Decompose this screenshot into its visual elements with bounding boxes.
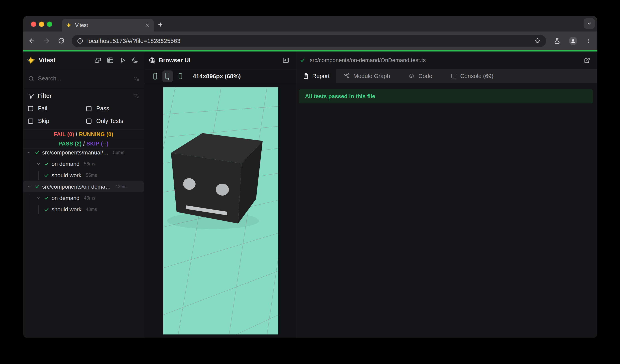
pass-check-icon: [44, 161, 49, 167]
site-info-icon[interactable]: [77, 38, 83, 44]
filter-panel: Filter Fail Pass Skip Only Tests: [23, 88, 144, 130]
tab-code[interactable]: Code: [402, 69, 439, 83]
chevron-down-icon[interactable]: [36, 162, 41, 166]
experiments-flask-icon[interactable]: [554, 38, 560, 44]
open-in-editor-external-link-icon[interactable]: [584, 57, 597, 64]
browser-menu-kebab-icon[interactable]: [586, 38, 592, 44]
filter-checkbox-pass[interactable]: Pass: [86, 105, 139, 112]
checkbox-icon[interactable]: [28, 118, 33, 124]
pass-check-icon: [300, 58, 305, 63]
vitest-ui: Vitest: [23, 51, 597, 338]
threejs-scene: [163, 87, 278, 335]
reload-button[interactable]: [54, 38, 69, 44]
globe-icon: [148, 57, 155, 64]
tree-test-row[interactable]: should work 55ms: [23, 170, 144, 181]
test-file-path: src/components/on-demand/OnDemand.test.t…: [310, 57, 426, 63]
device-tablet-button[interactable]: [175, 71, 186, 82]
vitest-favicon: [66, 22, 72, 28]
profile-avatar[interactable]: [569, 37, 577, 45]
close-window-button[interactable]: [31, 22, 36, 27]
run-all-play-icon[interactable]: [119, 57, 126, 64]
clear-filters-icon[interactable]: [133, 93, 139, 99]
filter-checkbox-skip[interactable]: Skip: [28, 118, 86, 124]
filter-title: Filter: [38, 93, 52, 99]
tab-search-chevron-button[interactable]: [584, 18, 595, 29]
app-title: Vitest: [39, 57, 56, 64]
all-tests-passed-banner: All tests passed in this file: [299, 89, 593, 103]
browser-preview-viewport[interactable]: [163, 87, 278, 335]
browser-ui-panel: Browser UI 414x896px (68%): [144, 51, 296, 338]
device-mobile-plus-button-selected[interactable]: [162, 71, 173, 82]
toolbar-right-actions: [554, 31, 592, 50]
vitest-logo: [26, 56, 36, 65]
search-icon: [28, 75, 34, 82]
tree-suite-row[interactable]: on demand 43ms: [23, 192, 144, 204]
search-bar[interactable]: Search...: [23, 69, 144, 88]
chevron-down-icon[interactable]: [27, 185, 32, 189]
chevron-down-icon[interactable]: [27, 150, 32, 155]
chevron-down-icon[interactable]: [36, 196, 41, 200]
tab-module-graph[interactable]: Module Graph: [337, 69, 397, 83]
pass-check-icon: [34, 150, 40, 155]
search-input[interactable]: Search...: [38, 75, 133, 82]
report-tab-bar: Report Module Graph Code: [296, 69, 597, 83]
open-panel-right-icon[interactable]: [282, 57, 296, 64]
tree-file-row[interactable]: src/components/manual/… 56ms: [23, 147, 144, 158]
device-toolbar: 414x896px (68%): [144, 69, 296, 83]
checkbox-icon[interactable]: [86, 106, 92, 111]
pass-check-icon: [44, 207, 49, 212]
browser-panel-header: Browser UI: [144, 51, 296, 69]
clipboard-icon: [303, 73, 309, 79]
code-icon: [408, 73, 415, 79]
cascade-windows-icon[interactable]: [94, 57, 101, 64]
clear-search-filter-icon[interactable]: [133, 76, 139, 82]
pass-check-icon: [34, 184, 40, 189]
url-text[interactable]: localhost:5173/#/?file=1828625563: [87, 38, 534, 44]
report-panel-header: src/components/on-demand/OnDemand.test.t…: [296, 51, 597, 69]
pass-check-icon: [44, 173, 49, 178]
maximize-window-button[interactable]: [47, 22, 52, 27]
viewport-size-label[interactable]: 414x896px (68%): [193, 73, 241, 80]
sidebar-header: Vitest: [23, 51, 144, 69]
dashboard-icon[interactable]: [107, 57, 114, 64]
tab-strip: Vitest: [23, 16, 597, 31]
funnel-icon: [28, 93, 34, 99]
sidebar-header-actions: [94, 57, 144, 64]
console-icon: [451, 73, 457, 79]
back-button[interactable]: [24, 37, 39, 44]
new-tab-button[interactable]: [157, 22, 163, 28]
tab-title: Vitest: [75, 22, 145, 28]
pass-check-icon: [44, 196, 49, 201]
tree-file-row-selected[interactable]: src/components/on-dema… 43ms: [23, 181, 144, 192]
report-panel: src/components/on-demand/OnDemand.test.t…: [296, 51, 597, 338]
tab-console[interactable]: Console (69): [444, 69, 500, 83]
checkbox-icon[interactable]: [28, 106, 33, 111]
filter-checkbox-only-tests[interactable]: Only Tests: [86, 118, 139, 124]
bookmark-star-icon[interactable]: [534, 38, 541, 44]
filter-checkbox-fail[interactable]: Fail: [28, 105, 86, 112]
browser-panel-title: Browser UI: [159, 57, 190, 64]
dark-mode-moon-icon[interactable]: [131, 57, 139, 64]
desktop: Vitest: [0, 0, 620, 364]
tab-report[interactable]: Report: [296, 69, 336, 83]
summary-fail-running: FAIL (0) / RUNNING (0): [23, 130, 144, 139]
forward-button[interactable]: [39, 37, 54, 44]
address-bar[interactable]: localhost:5173/#/?file=1828625563: [72, 35, 546, 47]
tree-suite-row[interactable]: on demand 56ms: [23, 158, 144, 170]
tree-test-row[interactable]: should work 43ms: [23, 204, 144, 215]
checkbox-icon[interactable]: [86, 118, 92, 124]
device-mobile-button[interactable]: [150, 71, 160, 82]
browser-window: Vitest: [23, 16, 597, 338]
sidebar: Vitest: [23, 51, 144, 338]
browser-tab[interactable]: Vitest: [62, 19, 154, 31]
close-tab-icon[interactable]: [145, 23, 150, 28]
minimize-window-button[interactable]: [39, 22, 44, 27]
module-graph-icon: [344, 73, 350, 79]
